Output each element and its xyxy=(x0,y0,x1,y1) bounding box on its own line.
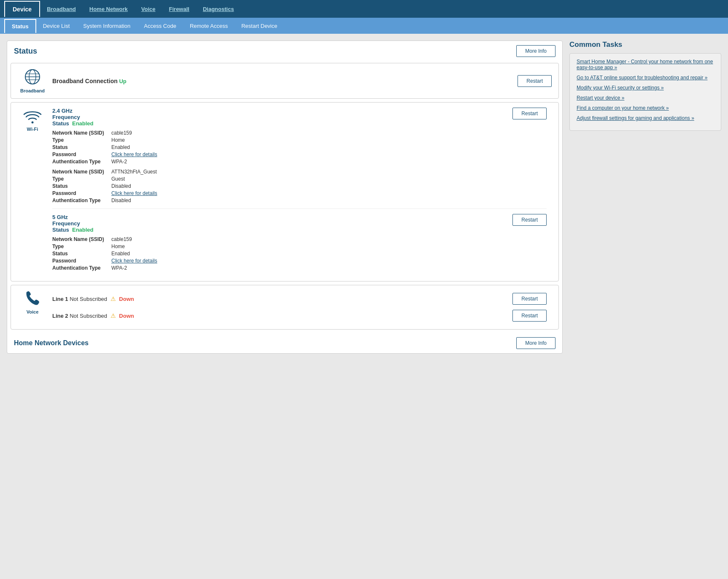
wifi-icon-label: Wi-Fi xyxy=(18,127,47,132)
auth-label: Authentication Type xyxy=(52,198,111,203)
info-row: Network Name (SSID) ATTN32hFtA_Guest xyxy=(52,169,547,175)
info-row: Network Name (SSID) cable159 xyxy=(52,130,547,136)
freq5-network1: Network Name (SSID) cable159 Type Home S… xyxy=(52,236,547,271)
freq5-restart-button[interactable]: Restart xyxy=(512,214,547,226)
broadband-restart-button[interactable]: Restart xyxy=(518,75,552,87)
status-card: Status More Info Broadband xyxy=(7,41,563,354)
status-value: Enabled xyxy=(111,251,130,257)
info-row: Network Name (SSID) cable159 xyxy=(52,236,547,242)
subnav-restart-device[interactable]: Restart Device xyxy=(235,19,284,32)
info-row: Password Click here for details xyxy=(52,258,547,264)
type-value: Guest xyxy=(111,176,125,182)
task-att-support[interactable]: Go to AT&T online support for troublesho… xyxy=(577,75,714,81)
status-header: Status More Info xyxy=(7,41,562,60)
info-row: Type Home xyxy=(52,137,547,143)
auth-value: WPA-2 xyxy=(111,265,127,271)
voice-line2-label: Line 2 Not Subscribed ⚠ Down xyxy=(52,312,134,319)
freq24-section: 2.4 GHzFrequencyStatus Enabled Restart N… xyxy=(52,108,547,203)
task-smart-home-manager[interactable]: Smart Home Manager - Control your home n… xyxy=(577,59,714,70)
freq24-network1: Network Name (SSID) cable159 Type Home S… xyxy=(52,130,547,165)
password-label: Password xyxy=(52,258,111,264)
broadband-title: Broadband Connection xyxy=(52,78,118,84)
warning-icon: ⚠ xyxy=(111,295,116,302)
voice-line2-restart-button[interactable]: Restart xyxy=(512,310,547,322)
broadband-icon-area: Broadband xyxy=(18,68,47,93)
type-label: Type xyxy=(52,137,111,143)
svg-point-5 xyxy=(32,122,34,124)
type-value: Home xyxy=(111,137,125,143)
task-find-computer[interactable]: Find a computer on your home network » xyxy=(577,105,714,111)
freq5-status: Enabled xyxy=(72,227,94,233)
info-row: Password Click here for details xyxy=(52,152,547,157)
broadband-icon-label: Broadband xyxy=(18,88,47,93)
subnav-access-code[interactable]: Access Code xyxy=(137,19,183,32)
home-network-more-info-button[interactable]: More Info xyxy=(516,337,555,349)
nav-broadband[interactable]: Broadband xyxy=(40,2,83,16)
nav-diagnostics[interactable]: Diagnostics xyxy=(196,2,241,16)
info-row: Status Enabled xyxy=(52,251,547,257)
warning-icon: ⚠ xyxy=(111,312,116,319)
phone-icon xyxy=(26,290,39,306)
common-tasks-title: Common Tasks xyxy=(569,41,721,49)
type-label: Type xyxy=(52,244,111,249)
status-label: Status xyxy=(52,251,111,257)
info-row: Status Enabled xyxy=(52,144,547,150)
subnav-device-list[interactable]: Device List xyxy=(36,19,77,32)
ssid-value: cable159 xyxy=(111,236,132,242)
info-row: Type Guest xyxy=(52,176,547,182)
password-link[interactable]: Click here for details xyxy=(111,190,157,196)
status-value: Enabled xyxy=(111,144,130,150)
task-firewall-settings[interactable]: Adjust firewall settings for gaming and … xyxy=(577,115,714,121)
status-title: Status xyxy=(14,47,37,56)
password-label: Password xyxy=(52,152,111,157)
freq24-restart-button[interactable]: Restart xyxy=(512,108,547,119)
nav-firewall[interactable]: Firewall xyxy=(162,2,196,16)
voice-section: Voice Line 1 Not Subscribed ⚠ Down Resta… xyxy=(11,285,559,330)
broadband-status: Up xyxy=(119,78,126,84)
status-label: Status xyxy=(52,183,111,189)
password-link[interactable]: Click here for details xyxy=(111,152,157,157)
voice-line1-status: Down xyxy=(119,296,134,302)
ssid-label: Network Name (SSID) xyxy=(52,236,111,242)
info-row: Password Click here for details xyxy=(52,190,547,196)
voice-line2-status: Down xyxy=(119,313,134,319)
info-row: Authentication Type WPA-2 xyxy=(52,265,547,271)
status-tab[interactable]: Status xyxy=(4,19,36,33)
password-link[interactable]: Click here for details xyxy=(111,258,157,264)
info-row: Type Home xyxy=(52,244,547,249)
sub-nav: Status Device List System Information Ac… xyxy=(0,18,728,34)
top-nav: Device Broadband Home Network Voice Fire… xyxy=(0,0,728,18)
voice-icon-area: Voice xyxy=(18,290,47,314)
freq5-header: 5 GHzFrequencyStatus Enabled Restart xyxy=(52,214,547,233)
nav-voice[interactable]: Voice xyxy=(135,2,162,16)
common-tasks-card: Smart Home Manager - Control your home n… xyxy=(569,53,721,131)
freq24-network2: Network Name (SSID) ATTN32hFtA_Guest Typ… xyxy=(52,169,547,203)
broadband-section: Broadband Broadband Connection Up Restar… xyxy=(11,63,559,99)
voice-line2: Line 2 Not Subscribed ⚠ Down Restart xyxy=(52,307,547,324)
voice-line1-restart-button[interactable]: Restart xyxy=(512,293,547,305)
status-value: Disabled xyxy=(111,183,131,189)
divider xyxy=(52,208,547,209)
more-info-button[interactable]: More Info xyxy=(516,45,555,57)
auth-label: Authentication Type xyxy=(52,159,111,165)
left-panel: Status More Info Broadband xyxy=(7,41,563,359)
nav-home-network[interactable]: Home Network xyxy=(83,2,135,16)
voice-content: Line 1 Not Subscribed ⚠ Down Restart Lin… xyxy=(47,290,552,324)
task-restart-device[interactable]: Restart your device » xyxy=(577,95,714,101)
info-row: Status Disabled xyxy=(52,183,547,189)
task-wifi-settings[interactable]: Modify your Wi-Fi security or settings » xyxy=(577,85,714,91)
ssid-value: ATTN32hFtA_Guest xyxy=(111,169,157,175)
main-content: Status More Info Broadband xyxy=(0,34,728,365)
auth-label: Authentication Type xyxy=(52,265,111,271)
wifi-icon-area: Wi-Fi xyxy=(18,108,47,132)
home-network-footer: Home Network Devices More Info xyxy=(7,333,562,353)
wifi-icon xyxy=(23,109,42,124)
freq24-status: Enabled xyxy=(72,120,94,127)
broadband-content: Broadband Connection Up xyxy=(47,78,518,84)
subnav-remote-access[interactable]: Remote Access xyxy=(183,19,235,32)
freq24-title-area: 2.4 GHzFrequencyStatus Enabled xyxy=(52,108,94,127)
subnav-system-information[interactable]: System Information xyxy=(76,19,137,32)
info-row: Authentication Type WPA-2 xyxy=(52,159,547,165)
auth-value: WPA-2 xyxy=(111,159,127,165)
device-tab[interactable]: Device xyxy=(4,1,40,17)
